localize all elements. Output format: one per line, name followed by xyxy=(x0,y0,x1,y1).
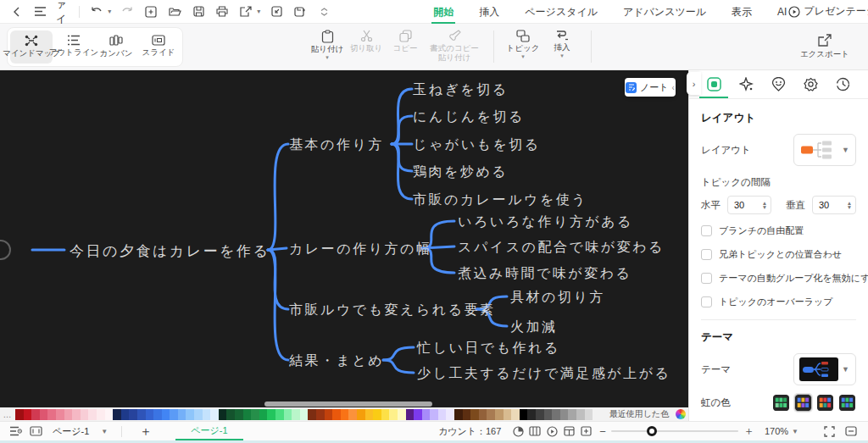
color-swatch[interactable] xyxy=(568,409,576,420)
color-swatch[interactable] xyxy=(235,409,243,420)
color-swatch[interactable] xyxy=(348,409,357,420)
color-swatch[interactable] xyxy=(544,409,553,420)
color-swatch[interactable] xyxy=(162,409,170,420)
insert-button[interactable]: 挿入 ▾ xyxy=(545,28,579,58)
color-swatch[interactable] xyxy=(504,409,512,420)
color-swatch[interactable] xyxy=(24,409,32,420)
color-swatch[interactable] xyxy=(495,409,504,420)
open-folder-icon[interactable] xyxy=(167,4,182,19)
share-box-icon[interactable] xyxy=(238,4,253,19)
zoom-dropdown-icon[interactable]: ▼ xyxy=(792,428,798,435)
color-swatch[interactable] xyxy=(300,409,309,420)
mindmap-subtopic[interactable]: いろいろな作り方がある xyxy=(458,213,633,231)
mindmap-subtopic[interactable]: 少し工夫するだけで満足感が上がる xyxy=(417,365,670,383)
copy-button[interactable]: コピー xyxy=(388,28,422,53)
board-icon[interactable] xyxy=(560,423,577,440)
columns-icon[interactable] xyxy=(526,423,543,440)
tab-ai[interactable]: AI xyxy=(776,2,788,21)
color-swatch[interactable] xyxy=(560,409,569,420)
color-swatch[interactable] xyxy=(284,409,292,420)
horizontal-spacing-stepper[interactable]: 30 ▲▼ xyxy=(727,196,771,214)
color-swatch[interactable] xyxy=(527,409,536,420)
color-swatch[interactable] xyxy=(81,409,89,420)
print-icon[interactable] xyxy=(214,4,230,19)
mindmap-branch[interactable]: カレーの作り方の幅 xyxy=(289,241,431,258)
color-swatch[interactable] xyxy=(373,409,381,420)
color-swatch[interactable] xyxy=(129,409,137,420)
fullscreen-icon[interactable] xyxy=(821,423,837,440)
zoom-in-button[interactable]: ＋ xyxy=(738,424,760,439)
color-swatch[interactable] xyxy=(259,409,268,420)
zoom-slider[interactable] xyxy=(611,430,738,432)
color-swatch[interactable] xyxy=(365,409,374,420)
color-swatch[interactable] xyxy=(275,409,284,420)
tab-layout-panel[interactable] xyxy=(701,70,726,98)
mindmap-canvas[interactable]: 今日の夕食はカレーを作る 基本の作り方 玉ねぎを切る にんじんを切る じゃがいも… xyxy=(0,70,688,407)
color-swatch[interactable] xyxy=(146,409,154,420)
color-swatch[interactable] xyxy=(40,409,48,420)
color-swatch[interactable] xyxy=(186,409,194,420)
new-file-icon[interactable] xyxy=(143,4,159,19)
color-swatch[interactable] xyxy=(381,409,390,420)
rainbow-option-green[interactable] xyxy=(772,394,790,412)
mindmap-branch[interactable]: 結果・まとめ xyxy=(289,352,384,370)
color-swatch[interactable] xyxy=(389,409,398,420)
color-swatch[interactable] xyxy=(56,409,64,420)
color-swatch[interactable] xyxy=(64,409,73,420)
timer-icon[interactable] xyxy=(509,423,526,440)
color-swatch[interactable] xyxy=(113,409,121,420)
color-swatch[interactable] xyxy=(479,409,487,420)
back-icon[interactable] xyxy=(8,4,24,19)
mindmap-subtopic[interactable]: 玉ねぎを切る xyxy=(413,81,509,99)
view-mindmap-button[interactable]: マインドマップ xyxy=(10,30,53,64)
color-swatch[interactable] xyxy=(203,409,211,420)
tab-history-panel[interactable] xyxy=(831,70,856,98)
format-painter-button[interactable]: 書式のコピー貼り付け xyxy=(427,28,481,63)
color-swatch[interactable] xyxy=(121,409,130,420)
color-swatch[interactable] xyxy=(552,409,560,420)
sidebar-collapse-handle[interactable]: › xyxy=(687,72,701,95)
checkbox-align-sibling-topics[interactable]: 兄弟トピックとの位置合わせ xyxy=(701,248,856,261)
theme-dropdown[interactable]: ▼ xyxy=(793,353,856,385)
mindmap-subtopic[interactable]: 市販のカレールウを使う xyxy=(413,191,587,209)
color-swatch[interactable] xyxy=(398,409,406,420)
color-swatch[interactable] xyxy=(520,409,528,420)
zoom-level[interactable]: 170% xyxy=(765,426,788,436)
view-kanban-button[interactable]: カンバン xyxy=(95,30,137,64)
add-panel-icon[interactable] xyxy=(577,423,594,440)
cut-button[interactable]: 切り取り xyxy=(349,28,383,53)
color-swatch[interactable] xyxy=(226,409,235,420)
color-swatch[interactable] xyxy=(536,409,544,420)
color-swatch[interactable] xyxy=(316,409,325,420)
mindmap-subtopic[interactable]: じゃがいもを切る xyxy=(413,136,541,154)
layout-dropdown[interactable]: ▼ xyxy=(793,134,856,166)
undo-dropdown-icon[interactable]: ▾ xyxy=(108,8,111,15)
color-swatch[interactable] xyxy=(414,409,422,420)
color-swatch[interactable] xyxy=(105,409,114,420)
palette-more-button[interactable]: … xyxy=(0,410,15,419)
mindmap-subtopic[interactable]: スパイスの配合で味が変わる xyxy=(458,239,665,257)
color-swatch[interactable] xyxy=(137,409,146,420)
mindmap-subtopic[interactable]: 鶏肉を炒める xyxy=(413,163,508,181)
color-swatch[interactable] xyxy=(47,409,56,420)
color-swatch[interactable] xyxy=(593,409,601,420)
tab-sticker-panel[interactable] xyxy=(765,70,791,98)
fit-window-icon[interactable] xyxy=(843,423,860,440)
tab-insert[interactable]: 挿入 xyxy=(477,1,501,23)
mindmap-branch[interactable]: 基本の作り方 xyxy=(289,136,384,154)
zoom-slider-knob[interactable] xyxy=(647,426,657,436)
page-panel-icon[interactable] xyxy=(27,423,44,440)
color-swatch[interactable] xyxy=(487,409,495,420)
stepper-arrows-icon[interactable]: ▲▼ xyxy=(759,201,771,209)
view-slide-button[interactable]: スライド xyxy=(137,30,180,64)
color-swatch[interactable] xyxy=(430,409,438,420)
paste-button[interactable]: 貼り付け ▾ xyxy=(310,28,344,59)
rainbow-option-cool[interactable] xyxy=(838,394,856,412)
mindmap-subtopic[interactable]: 煮込み時間で味が変わる xyxy=(458,265,632,283)
color-swatch[interactable] xyxy=(72,409,81,420)
color-swatch[interactable] xyxy=(219,409,227,420)
mindmap-subtopic[interactable]: 火加減 xyxy=(510,318,558,336)
vertical-spacing-stepper[interactable]: 30 ▲▼ xyxy=(812,196,856,214)
import-box-icon[interactable] xyxy=(269,4,284,19)
tab-view[interactable]: 表示 xyxy=(730,1,754,23)
